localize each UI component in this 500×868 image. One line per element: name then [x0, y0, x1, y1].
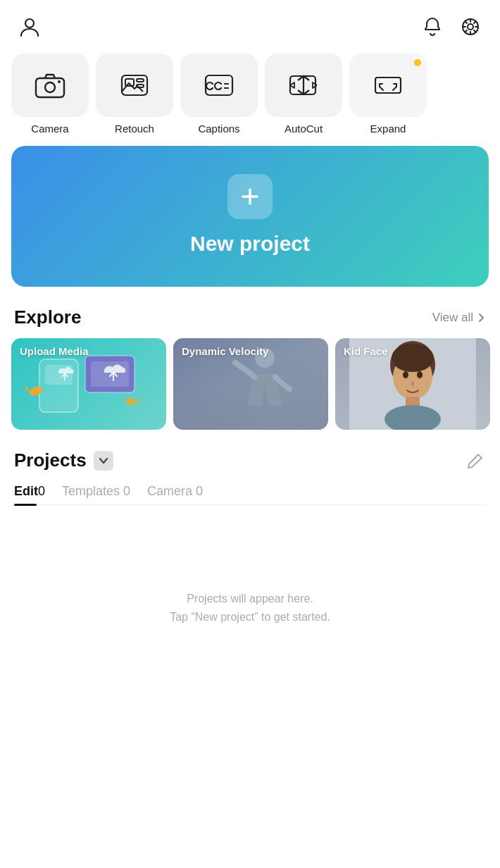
svg-point-13 — [58, 80, 61, 83]
retouch-label: Retouch — [115, 123, 154, 135]
empty-state: Projects will appear here. Tap “New proj… — [0, 505, 500, 654]
camera-icon-box — [11, 54, 89, 117]
tab-edit-count: 0 — [38, 484, 45, 498]
tool-camera[interactable]: Camera — [11, 54, 89, 135]
tab-edit[interactable]: Edit0 — [14, 484, 45, 504]
tool-autocut[interactable]: AutoCut — [265, 54, 342, 135]
autocut-label: AutoCut — [285, 123, 323, 135]
tab-camera[interactable]: Camera 0 — [147, 484, 203, 504]
expand-icon-box — [349, 54, 427, 117]
svg-line-7 — [465, 21, 467, 23]
svg-point-0 — [25, 19, 34, 27]
explore-card-dynamic-velocity[interactable]: Dynamic Velocity — [173, 338, 328, 430]
header — [0, 0, 500, 48]
edit-icon[interactable] — [465, 450, 486, 471]
svg-line-9 — [474, 21, 476, 23]
upload-media-label: Upload Media — [20, 345, 89, 357]
tool-captions[interactable]: Captions — [180, 54, 258, 135]
explore-section-header: Explore View all — [0, 287, 500, 338]
expand-label: Expand — [370, 123, 406, 135]
projects-title-row: Projects — [14, 450, 113, 471]
tab-camera-label: Camera — [147, 484, 192, 498]
svg-point-43 — [417, 371, 423, 378]
tools-row: Camera Retouch Captions — [0, 48, 500, 146]
retouch-icon-box — [96, 54, 173, 117]
projects-section: Projects Edit0 Templates 0 Camera 0 — [0, 435, 500, 505]
plus-icon — [227, 174, 273, 219]
tab-edit-label: Edit — [14, 484, 38, 498]
explore-card-upload-media[interactable]: Upload Media — [11, 338, 166, 430]
project-tabs: Edit0 Templates 0 Camera 0 — [14, 484, 486, 505]
explore-cards: Upload Media — [0, 338, 500, 435]
tool-expand[interactable]: Expand — [349, 54, 427, 135]
sort-icon[interactable] — [94, 451, 113, 471]
header-right-icons — [420, 14, 483, 39]
empty-state-line1: Projects will appear here. — [187, 590, 313, 608]
dynamic-velocity-label: Dynamic Velocity — [182, 345, 268, 357]
svg-rect-30 — [91, 361, 129, 387]
view-all-button[interactable]: View all — [432, 311, 486, 325]
svg-line-10 — [465, 30, 467, 32]
empty-state-line2: Tap “New project” to get started. — [170, 608, 330, 626]
tab-camera-count: 0 — [192, 484, 203, 498]
svg-point-2 — [468, 24, 473, 30]
captions-icon-box — [180, 54, 258, 117]
svg-rect-16 — [137, 79, 144, 82]
svg-point-12 — [45, 82, 55, 92]
svg-rect-18 — [206, 75, 232, 95]
svg-point-39 — [392, 344, 434, 372]
explore-card-kid-face[interactable]: Kid Face — [335, 338, 490, 430]
autocut-icon-box — [265, 54, 342, 117]
projects-header: Projects — [14, 450, 486, 471]
settings-icon[interactable] — [458, 14, 483, 39]
captions-label: Captions — [198, 123, 239, 135]
svg-point-33 — [125, 397, 137, 407]
view-all-label: View all — [432, 311, 473, 325]
explore-title: Explore — [14, 306, 81, 328]
tool-retouch[interactable]: Retouch — [96, 54, 173, 135]
tab-templates-count: 0 — [120, 484, 130, 498]
projects-title: Projects — [14, 450, 87, 471]
svg-line-8 — [474, 30, 476, 32]
tab-templates-label: Templates — [62, 484, 120, 498]
notification-icon[interactable] — [420, 14, 445, 39]
profile-icon[interactable] — [17, 14, 42, 39]
camera-label: Camera — [31, 123, 68, 135]
kid-face-label: Kid Face — [344, 345, 388, 357]
new-project-label: New project — [190, 232, 310, 256]
expand-dot — [414, 59, 421, 66]
new-project-banner[interactable]: New project — [11, 146, 489, 287]
tab-templates[interactable]: Templates 0 — [62, 484, 130, 504]
svg-point-42 — [403, 371, 408, 378]
